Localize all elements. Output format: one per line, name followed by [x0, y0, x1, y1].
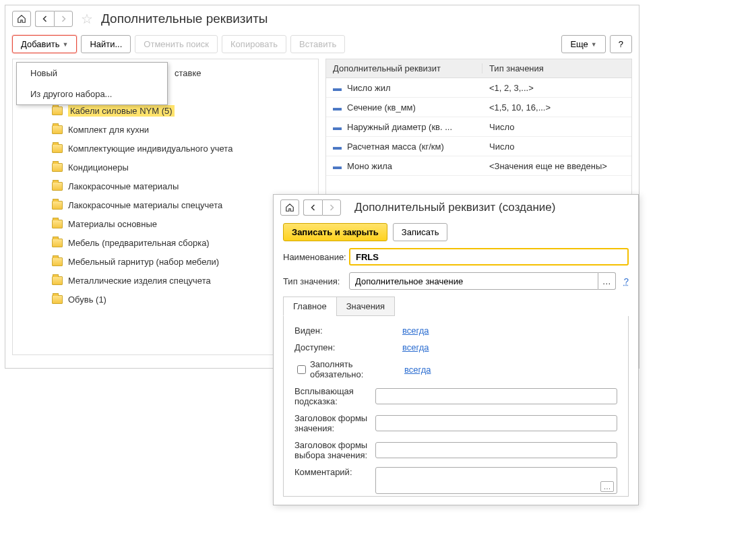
add-dropdown-menu: Новый Из другого набора... — [16, 62, 168, 105]
attr-type: Число — [482, 122, 631, 132]
tree-item[interactable]: Комплект для кухни — [13, 120, 318, 139]
menu-item-from-other[interactable]: Из другого набора... — [17, 84, 167, 104]
tree-item-label: Кондиционеры — [68, 162, 129, 173]
fill-required-checkbox[interactable] — [297, 365, 306, 374]
folder-icon — [52, 201, 63, 210]
value-choice-title-label: Заголовок формы выбора значения: — [294, 440, 375, 460]
tree-item-label: Комплектующие индивидуального учета — [68, 144, 232, 154]
help-button[interactable]: ? — [610, 35, 632, 53]
chevron-down-icon: ▼ — [591, 41, 597, 48]
create-attribute-window: Дополнительный реквизит (создание) Запис… — [273, 194, 639, 505]
tree-item-label: Комплект для кухни — [68, 125, 149, 135]
visible-label: Виден: — [294, 325, 402, 336]
attr-icon: ▬ — [333, 83, 342, 93]
nav-group — [303, 199, 341, 216]
folder-icon — [52, 257, 63, 266]
attribute-row[interactable]: ▬Сечение (кв_мм) <1,5, 10, 16,...> — [326, 98, 631, 117]
folder-icon — [52, 276, 63, 285]
create-form: Наименование: Тип значения: … ? — [274, 248, 638, 290]
attribute-row[interactable]: ▬Расчетная масса (кг/км) Число — [326, 137, 631, 156]
tree-item-label: Материалы основные — [68, 219, 157, 229]
fill-required-label: Заполнять обязательно: — [310, 359, 404, 379]
name-label: Наименование: — [283, 252, 344, 262]
back-button[interactable] — [303, 199, 322, 216]
back-button[interactable] — [35, 11, 54, 27]
tree-item-label: Мебель (предварительная сборка) — [68, 238, 210, 248]
attr-name: Моно жила — [347, 161, 392, 171]
paste-button: Вставить — [290, 35, 345, 53]
attribute-row[interactable]: ▬Наружный диаметр (кв. ... Число — [326, 117, 631, 137]
attr-type: <1,5, 10, 16,...> — [482, 102, 631, 113]
attr-name: Сечение (кв_мм) — [347, 102, 416, 113]
help-icon[interactable]: ? — [624, 276, 629, 286]
type-input[interactable] — [349, 272, 598, 290]
save-close-button[interactable]: Записать и закрыть — [283, 223, 387, 241]
folder-icon — [52, 163, 63, 172]
attr-name: Число жил — [347, 83, 391, 93]
column-name-header: Дополнительный реквизит — [326, 63, 482, 73]
tree-item-label: Обувь (1) — [68, 294, 106, 305]
topbar: ☆ Дополнительные реквизиты — [5, 5, 639, 32]
attr-type: Число — [482, 142, 631, 152]
tree-item[interactable]: Комплектующие индивидуального учета — [13, 139, 318, 158]
available-label: Доступен: — [294, 342, 402, 352]
find-button[interactable]: Найти... — [81, 35, 131, 53]
tooltip-input[interactable] — [375, 388, 617, 404]
add-button-label: Добавить — [21, 39, 59, 49]
tree-item[interactable]: Кондиционеры — [13, 158, 318, 177]
more-button-label: Еще — [570, 39, 588, 49]
value-choice-title-input[interactable] — [375, 442, 617, 458]
tree-item-label: ставке — [175, 68, 201, 78]
menu-item-new[interactable]: Новый — [17, 63, 167, 84]
tabs: Главное Значения — [283, 297, 629, 316]
more-button[interactable]: Еще ▼ — [561, 35, 605, 53]
type-label: Тип значения: — [283, 276, 344, 286]
attr-icon: ▬ — [333, 102, 342, 113]
column-type-header: Тип значения — [482, 63, 631, 73]
name-input[interactable] — [349, 248, 629, 266]
home-button[interactable] — [12, 11, 31, 27]
available-link[interactable]: всегда — [402, 342, 429, 352]
value-form-title-label: Заголовок формы значения: — [294, 413, 375, 433]
folder-icon — [52, 182, 63, 191]
tab-values[interactable]: Значения — [336, 297, 395, 316]
attribute-row[interactable]: ▬Число жил <1, 2, 3,...> — [326, 78, 631, 98]
attributes-header: Дополнительный реквизит Тип значения — [326, 59, 631, 78]
comment-textarea[interactable]: … — [375, 467, 617, 494]
tree-item-label: Металлические изделия спецучета — [68, 276, 211, 286]
attr-icon: ▬ — [333, 142, 342, 152]
favorite-star-icon[interactable]: ☆ — [81, 11, 93, 27]
folder-icon — [52, 125, 63, 134]
nav-group — [35, 11, 73, 27]
cancel-search-button: Отменить поиск — [135, 35, 218, 53]
add-button[interactable]: Добавить ▼ — [12, 35, 77, 53]
attr-icon: ▬ — [333, 122, 342, 132]
tree-item-label: Кабели силовые NYM (5) — [68, 105, 175, 117]
comment-label: Комментарий: — [294, 467, 375, 477]
copy-button: Копировать — [222, 35, 286, 53]
visible-link[interactable]: всегда — [402, 325, 429, 336]
create-topbar: Дополнительный реквизит (создание) — [274, 195, 638, 220]
folder-icon — [52, 239, 63, 247]
folder-icon — [52, 144, 63, 153]
folder-icon — [52, 220, 63, 228]
tree-item[interactable]: Лакокрасочные материалы — [13, 177, 318, 195]
attr-name: Расчетная масса (кг/км) — [347, 142, 444, 152]
create-window-title: Дополнительный реквизит (создание) — [354, 201, 555, 214]
main-toolbar: Добавить ▼ Найти... Отменить поиск Копир… — [5, 32, 639, 59]
attribute-row[interactable]: ▬Моно жила <Значения еще не введены> — [326, 156, 631, 176]
expand-button[interactable]: … — [600, 481, 614, 492]
create-toolbar: Записать и закрыть Записать — [274, 220, 638, 248]
folder-icon — [52, 295, 63, 304]
page-title: Дополнительные реквизиты — [101, 11, 268, 26]
forward-button[interactable] — [322, 199, 341, 216]
tree-item-label: Лакокрасочные материалы спецучета — [68, 200, 222, 210]
type-select-button[interactable]: … — [598, 272, 616, 290]
value-form-title-input[interactable] — [375, 415, 617, 431]
tooltip-label: Всплывающая подсказка: — [294, 386, 375, 406]
forward-button[interactable] — [54, 11, 73, 27]
home-button[interactable] — [280, 199, 299, 216]
tab-main[interactable]: Главное — [283, 297, 337, 316]
fill-required-link[interactable]: всегда — [404, 365, 431, 375]
save-button[interactable]: Записать — [393, 223, 448, 241]
